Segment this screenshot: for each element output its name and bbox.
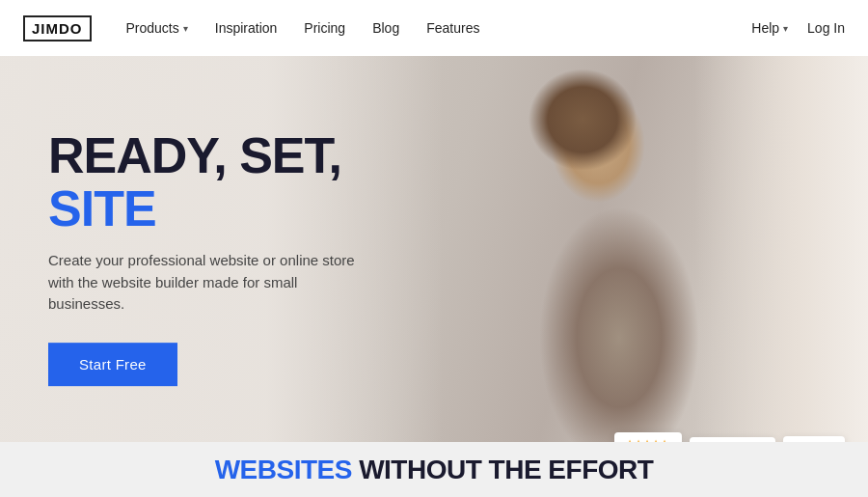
- nav-item-products[interactable]: Products ▾: [126, 20, 188, 36]
- chevron-down-icon: ▾: [783, 23, 788, 34]
- nav-item-inspiration[interactable]: Inspiration: [215, 20, 278, 36]
- nav-help[interactable]: Help ▾: [751, 20, 788, 36]
- bottom-section: WEBSITES WITHOUT THE EFFORT: [0, 442, 868, 497]
- bottom-headline-dark: WITHOUT THE EFFORT: [352, 455, 653, 484]
- bottom-headline: WEBSITES WITHOUT THE EFFORT: [215, 455, 654, 485]
- logo[interactable]: JIMDO: [23, 15, 92, 41]
- nav-login[interactable]: Log In: [807, 20, 845, 36]
- hero-content: READY, SET, SITE Create your professiona…: [48, 129, 357, 386]
- hero-section: READY, SET, SITE Create your professiona…: [0, 56, 868, 497]
- nav-right: Help ▾ Log In: [751, 20, 845, 36]
- hero-headline-text: READY, SET,: [48, 127, 341, 183]
- chevron-down-icon: ▾: [183, 23, 188, 34]
- hero-subtext: Create your professional website or onli…: [48, 250, 357, 316]
- nav-item-blog[interactable]: Blog: [372, 20, 399, 36]
- start-free-button[interactable]: Start Free: [48, 343, 177, 386]
- bottom-headline-blue: WEBSITES: [215, 455, 352, 484]
- hero-headline-site: SITE: [48, 180, 156, 236]
- nav-item-features[interactable]: Features: [426, 20, 479, 36]
- nav-item-pricing[interactable]: Pricing: [304, 20, 345, 36]
- navbar: JIMDO Products ▾ Inspiration Pricing Blo…: [0, 0, 868, 56]
- hero-headline: READY, SET, SITE: [48, 129, 357, 235]
- nav-links: Products ▾ Inspiration Pricing Blog Feat…: [126, 20, 752, 36]
